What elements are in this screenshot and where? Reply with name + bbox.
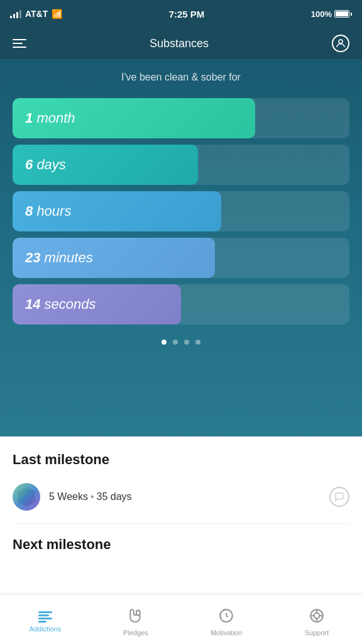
minutes-label: 23 minutes <box>25 250 93 266</box>
page-dots[interactable] <box>13 340 349 345</box>
timer-bar-seconds: 14 seconds <box>13 284 349 325</box>
milestone-badge-icon <box>13 483 40 511</box>
nav-title: Substances <box>150 37 209 50</box>
nav-item-pledges[interactable]: Pledges <box>90 602 181 636</box>
svg-point-3 <box>314 613 320 618</box>
nav-item-motivation[interactable]: Motivation <box>181 602 272 636</box>
nav-item-support[interactable]: Support <box>272 602 362 636</box>
dot-4[interactable] <box>195 340 200 345</box>
addictions-icon <box>38 611 52 623</box>
signal-icon <box>10 9 21 18</box>
timer-bar-hours: 8 hours <box>13 191 349 231</box>
nav-label-addictions: Addictions <box>30 625 62 633</box>
menu-icon[interactable] <box>13 39 26 48</box>
dot-1[interactable] <box>162 340 167 345</box>
milestone-text: 5 Weeks•35 days <box>49 491 132 502</box>
timer-bar-days: 6 days <box>13 145 349 185</box>
content-section: Last milestone 5 Weeks•35 days Next mile… <box>0 436 362 553</box>
nav-bar: Substances <box>0 28 362 59</box>
hours-label: 8 hours <box>25 203 71 219</box>
bottom-nav: Addictions Pledges Motivation <box>0 594 362 644</box>
main-section: I've been clean & sober for 1 month 6 da… <box>0 59 362 436</box>
wifi-icon: 📶 <box>52 9 62 19</box>
dot-2[interactable] <box>173 340 178 345</box>
battery-percent: 100% <box>311 9 332 19</box>
carrier-label: AT&T <box>25 9 48 19</box>
svg-point-0 <box>339 40 343 43</box>
divider <box>13 523 349 524</box>
nav-label-motivation: Motivation <box>211 629 242 636</box>
status-bar: AT&T 📶 7:25 PM 100% <box>0 0 362 28</box>
nav-label-support: Support <box>305 629 329 636</box>
status-left: AT&T 📶 <box>10 9 62 19</box>
timer-bar-months: 1 month <box>13 98 349 138</box>
last-milestone-title: Last milestone <box>13 452 349 468</box>
milestone-left: 5 Weeks•35 days <box>13 483 132 511</box>
next-milestone-title: Next milestone <box>13 536 349 553</box>
timer-bar-minutes: 23 minutes <box>13 238 349 278</box>
seconds-label: 14 seconds <box>25 296 96 313</box>
nav-item-addictions[interactable]: Addictions <box>0 606 90 633</box>
status-right: 100% <box>311 9 352 19</box>
dot-3[interactable] <box>184 340 189 345</box>
battery-icon <box>334 10 352 18</box>
main-subtitle: I've been clean & sober for <box>13 72 349 83</box>
pledges-icon <box>128 608 144 626</box>
status-time: 7:25 PM <box>169 9 205 19</box>
milestone-row: 5 Weeks•35 days <box>13 478 349 523</box>
support-icon <box>309 608 325 626</box>
months-label: 1 month <box>25 110 75 126</box>
days-label: 6 days <box>25 157 66 173</box>
timer-bars: 1 month 6 days 8 hours 23 minutes <box>13 98 349 325</box>
nav-label-pledges: Pledges <box>123 629 148 636</box>
profile-icon[interactable] <box>332 35 349 52</box>
motivation-icon <box>218 608 234 626</box>
comment-icon[interactable] <box>329 487 349 507</box>
